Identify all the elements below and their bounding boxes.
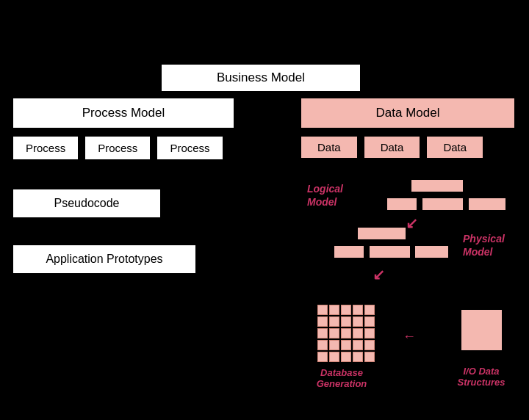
io-data-box [461, 310, 502, 350]
process-item-1: Process [13, 137, 78, 159]
db-cell [364, 340, 375, 350]
process-model-box: Process Model [13, 98, 234, 128]
main-canvas: Business Model Process Model Process Pro… [0, 0, 529, 420]
db-cell [317, 316, 328, 327]
logical-model-label: LogicalModel [307, 182, 343, 209]
io-data-structures-label: I/O DataStructures [448, 366, 514, 388]
db-cell [317, 340, 328, 350]
application-prototypes-label: Application Prototypes [46, 253, 162, 266]
physical-rect-2 [334, 246, 364, 258]
db-cell [341, 316, 351, 327]
data-item-2: Data [364, 137, 420, 158]
physical-rect-1 [358, 228, 406, 239]
data-model-box: Data Model [301, 98, 514, 128]
arrow-io-to-database: ← [403, 329, 416, 344]
db-cell [341, 340, 351, 350]
pseudocode-box: Pseudocode [13, 189, 160, 217]
db-cell [329, 328, 339, 338]
logical-rect-4 [469, 198, 505, 210]
db-cell [364, 352, 375, 362]
db-cell [364, 316, 375, 327]
business-model-box: Business Model [162, 65, 360, 91]
db-cell [329, 316, 339, 327]
db-cell [341, 328, 351, 338]
logical-rect-1 [411, 180, 463, 192]
arrow-physical-to-database: ↙ [373, 266, 385, 283]
data-model-label: Data Model [376, 106, 440, 120]
logical-rect-2 [387, 198, 417, 210]
process-item-2: Process [85, 137, 150, 159]
data-item-1: Data [301, 137, 357, 158]
data-items-row: Data Data Data [301, 137, 483, 158]
db-cell [353, 328, 363, 338]
db-cell [341, 352, 351, 362]
logical-rect-3 [422, 198, 463, 210]
application-prototypes-box: Application Prototypes [13, 245, 195, 273]
db-cell [353, 316, 363, 327]
db-cell [364, 328, 375, 338]
db-cell [364, 305, 375, 315]
db-cell [329, 352, 339, 362]
db-cell [329, 305, 339, 315]
physical-rect-4 [415, 246, 448, 258]
pseudocode-label: Pseudocode [54, 197, 120, 210]
db-cell [353, 352, 363, 362]
database-grid [317, 305, 375, 362]
process-item-3: Process [157, 137, 222, 159]
db-cell [353, 340, 363, 350]
physical-model-label: PhysicalModel [463, 232, 505, 258]
db-cell [317, 328, 328, 338]
db-cell [317, 305, 328, 315]
arrow-logical-to-physical: ↙ [406, 214, 418, 232]
db-cell [353, 305, 363, 315]
database-generation-label: DatabaseGeneration [305, 367, 378, 389]
db-cell [317, 352, 328, 362]
process-items-row: Process Process Process [13, 137, 223, 159]
physical-rect-3 [370, 246, 410, 258]
process-model-label: Process Model [82, 106, 165, 120]
db-cell [329, 340, 339, 350]
data-item-3: Data [427, 137, 483, 158]
business-model-label: Business Model [217, 70, 305, 85]
db-cell [341, 305, 351, 315]
